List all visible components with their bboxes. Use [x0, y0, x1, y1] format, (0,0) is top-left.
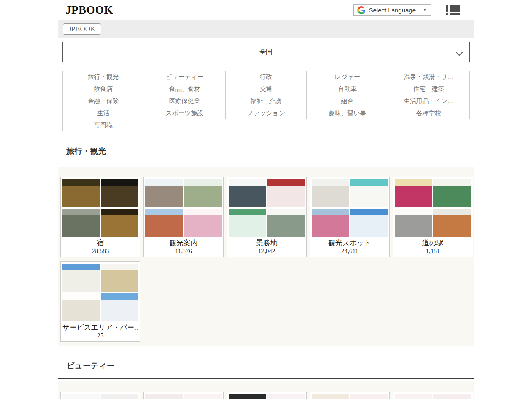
category-link[interactable]: 各種学校 [388, 107, 470, 119]
category-link[interactable]: 生活 [63, 107, 144, 119]
card-thumbnails [145, 394, 222, 399]
thumbnail-image [184, 179, 222, 207]
category-card[interactable]: サービスエリア・パー…25 [60, 261, 140, 342]
category-link[interactable]: 行政 [225, 71, 307, 83]
category-section: ビューティー [58, 360, 474, 399]
card-count: 25 [62, 332, 138, 340]
card-count: 28,583 [62, 247, 138, 255]
card-thumbnails [62, 179, 138, 237]
thumbnail-image [184, 209, 222, 237]
category-link[interactable]: 福祉・介護 [225, 95, 307, 107]
category-card[interactable] [143, 392, 224, 399]
thumbnail-image [184, 394, 222, 399]
category-link[interactable]: 住宅・建築 [388, 83, 470, 95]
card-label: 宿 [62, 239, 138, 247]
thumbnail-image [101, 394, 138, 399]
thumbnail-image [395, 394, 432, 399]
category-link[interactable]: スポーツ施設 [144, 107, 225, 119]
category-card[interactable]: 観光スポット24,611 [310, 177, 390, 257]
thumbnail-image [267, 394, 305, 399]
thumbnail-image [62, 179, 100, 207]
category-link[interactable]: 金融・保険 [63, 95, 144, 107]
card-thumbnails [312, 394, 388, 399]
thumbnail-image [229, 394, 266, 399]
category-link[interactable]: レジャー [307, 71, 388, 83]
thumbnail-image [312, 394, 349, 399]
language-selector[interactable]: Select Language ▼ [353, 4, 431, 16]
card-thumbnails [62, 264, 138, 321]
category-link[interactable]: ファッション [225, 107, 307, 119]
category-table: 旅行・観光ビューティー行政レジャー温泉・銭湯・サ…飲食店食品、食材交通自動車住宅… [62, 71, 470, 131]
category-card[interactable]: 景勝地12,042 [227, 177, 307, 257]
thumbnail-image [145, 394, 183, 399]
category-link[interactable]: 趣味、習い事 [307, 107, 388, 119]
card-count: 11,376 [145, 247, 222, 255]
card-thumbnails [229, 394, 305, 399]
thumbnail-image [62, 209, 100, 237]
category-link[interactable]: 組合 [307, 95, 388, 107]
category-link[interactable]: 自動車 [307, 83, 388, 95]
card-count: 24,611 [312, 247, 388, 255]
thumbnail-image [267, 179, 305, 207]
thumbnail-image [350, 209, 388, 237]
category-link[interactable]: 温泉・銭湯・サ… [388, 71, 470, 83]
category-link[interactable]: 医療保健業 [144, 95, 225, 107]
menu-list-icon[interactable] [446, 5, 460, 15]
category-link[interactable]: 食品、食材 [144, 83, 225, 95]
thumbnail-image [395, 209, 432, 237]
card-thumbnails [395, 394, 471, 399]
thumbnail-image [62, 293, 100, 321]
sections: 旅行・観光 宿28,583観光案内11,376景勝地12,042観光スポット24… [58, 146, 474, 399]
page-container: JPBOOK Select Language ▼ JPBOOK 全国 [58, 0, 474, 399]
card-count: 12,042 [229, 247, 305, 255]
card-label: 道の駅 [395, 239, 471, 247]
thumbnail-image [433, 209, 471, 237]
region-select-value: 全国 [259, 48, 273, 57]
category-link[interactable]: 生活用品・イン… [388, 95, 470, 107]
thumbnail-image [62, 394, 100, 399]
language-selector-label: Select Language [369, 7, 416, 14]
category-card[interactable]: 道の駅1,151 [393, 177, 473, 257]
dropdown-arrow-icon: ▼ [423, 8, 427, 12]
thumbnail-image [101, 293, 138, 321]
category-card[interactable]: 宿28,583 [60, 177, 140, 257]
thumbnail-image [229, 179, 266, 207]
category-table-body: 旅行・観光ビューティー行政レジャー温泉・銭湯・サ…飲食店食品、食材交通自動車住宅… [63, 71, 470, 131]
card-area [58, 381, 474, 399]
thumbnail-image [267, 209, 305, 237]
thumbnail-image [350, 179, 388, 207]
breadcrumb: JPBOOK [58, 20, 474, 38]
site-header: JPBOOK Select Language ▼ [58, 0, 474, 20]
chevron-down-icon [456, 49, 463, 56]
category-link[interactable]: 専門職 [63, 119, 144, 131]
card-thumbnails [145, 179, 222, 237]
card-label: サービスエリア・パー… [62, 323, 138, 332]
card-label: 景勝地 [229, 239, 305, 247]
thumbnail-image [145, 209, 183, 237]
card-thumbnails [62, 394, 138, 399]
section-divider [58, 378, 474, 379]
breadcrumb-home-button[interactable]: JPBOOK [63, 23, 101, 35]
category-card[interactable]: 観光案内11,376 [143, 177, 224, 257]
thumbnail-image [101, 179, 138, 207]
thumbnail-image [395, 179, 432, 207]
card-area: 宿28,583観光案内11,376景勝地12,042観光スポット24,611道の… [58, 167, 474, 346]
section-divider [58, 164, 474, 164]
site-title: JPBOOK [66, 4, 113, 17]
separator [419, 7, 419, 14]
category-empty-cell [144, 119, 225, 131]
category-card[interactable] [310, 392, 390, 399]
region-select[interactable]: 全国 [62, 42, 470, 62]
thumbnail-image [433, 394, 471, 399]
category-link[interactable]: 交通 [225, 83, 307, 95]
card-label: 観光スポット [312, 239, 388, 247]
thumbnail-image [229, 209, 266, 237]
category-link[interactable]: 飲食店 [63, 83, 144, 95]
category-card[interactable] [393, 392, 473, 399]
category-card[interactable] [60, 392, 140, 399]
thumbnail-image [433, 179, 471, 207]
section-title: ビューティー [66, 360, 474, 371]
category-link[interactable]: ビューティー [144, 71, 225, 83]
category-card[interactable] [227, 392, 307, 399]
category-link[interactable]: 旅行・観光 [63, 71, 144, 83]
